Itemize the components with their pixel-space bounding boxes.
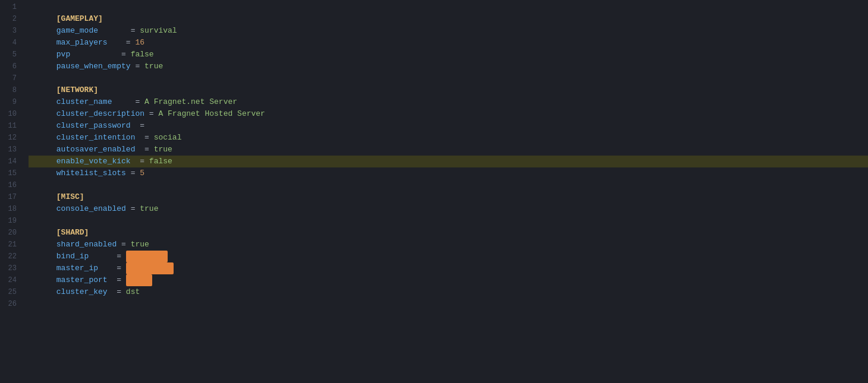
line-1: [GAMEPLAY] — [29, 1, 868, 13]
key-cluster-key: cluster_key — [56, 287, 108, 296]
section-network: [NETWORK] — [56, 86, 98, 94]
section-gameplay: [GAMEPLAY] — [56, 14, 103, 23]
line-7: [NETWORK] — [29, 72, 868, 84]
value-enable-vote-kick: false — [149, 157, 172, 166]
value-cluster-description: A Fragnet Hosted Server — [158, 109, 265, 118]
value-bind-ip — [126, 251, 168, 262]
key-cluster-intention: cluster_intention — [56, 133, 136, 142]
key-shard-enabled: shard_enabled — [56, 240, 117, 249]
code-editor: 1 2 3 4 5 6 7 8 9 10 11 12 13 14 15 16 1… — [0, 0, 868, 383]
key-bind-ip: bind_ip — [56, 252, 89, 261]
line-5: pause_when_empty = true — [29, 49, 868, 61]
key-whitelist-slots: whitelist_slots — [56, 169, 126, 178]
key-cluster-password: cluster_password — [56, 121, 131, 130]
key-pvp: pvp — [56, 50, 70, 59]
section-shard: [SHARD] — [56, 228, 89, 237]
key-master-ip: master_ip — [56, 264, 98, 273]
line-2: game_mode = survival — [29, 13, 868, 25]
value-autosaver-enabled: true — [154, 145, 172, 154]
value-pause-when-empty: true — [144, 62, 163, 71]
value-whitelist-slots: 5 — [140, 169, 144, 178]
value-game-mode: survival — [140, 26, 177, 35]
key-max-players: max_players — [56, 38, 108, 47]
line-25 — [29, 286, 868, 298]
line-17: console_enabled = true — [29, 191, 868, 203]
value-master-port — [126, 274, 152, 286]
line-16: [MISC] — [29, 179, 868, 191]
line-numbers: 1 2 3 4 5 6 7 8 9 10 11 12 13 14 15 16 1… — [0, 0, 21, 383]
key-master-port: master_port — [56, 276, 108, 284]
line-19: [SHARD] — [29, 215, 868, 227]
key-game-mode: game_mode — [56, 26, 98, 35]
value-cluster-key: dst — [126, 287, 140, 296]
line-21: bind_ip = — [29, 239, 868, 251]
line-26 — [29, 298, 868, 310]
line-4: pvp = false — [29, 37, 868, 49]
line-8: cluster_name = A Fragnet.net Server — [29, 84, 868, 96]
line-11: cluster_intention = social — [29, 120, 868, 132]
key-autosaver-enabled: autosaver_enabled — [56, 145, 136, 154]
value-shard-enabled: true — [131, 240, 149, 249]
value-pvp: false — [131, 50, 154, 59]
key-cluster-description: cluster_description — [56, 109, 144, 118]
key-console-enabled: console_enabled — [56, 204, 126, 213]
key-pause-when-empty: pause_when_empty — [56, 62, 131, 71]
key-cluster-name: cluster_name — [56, 97, 112, 106]
value-master-ip — [126, 262, 174, 274]
line-20: shard_enabled = true — [29, 227, 868, 239]
value-console-enabled: true — [140, 204, 158, 213]
key-enable-vote-kick: enable_vote_kick — [56, 157, 131, 166]
line-15 — [29, 167, 868, 179]
line-24: cluster_key = dst — [29, 274, 868, 286]
code-content: [GAMEPLAY] game_mode = survival max_play… — [21, 0, 868, 383]
section-misc: [MISC] — [56, 192, 84, 201]
value-cluster-name: A Fragnet.net Server — [144, 97, 237, 106]
value-cluster-intention: social — [154, 133, 182, 142]
value-max-players: 16 — [135, 38, 144, 47]
